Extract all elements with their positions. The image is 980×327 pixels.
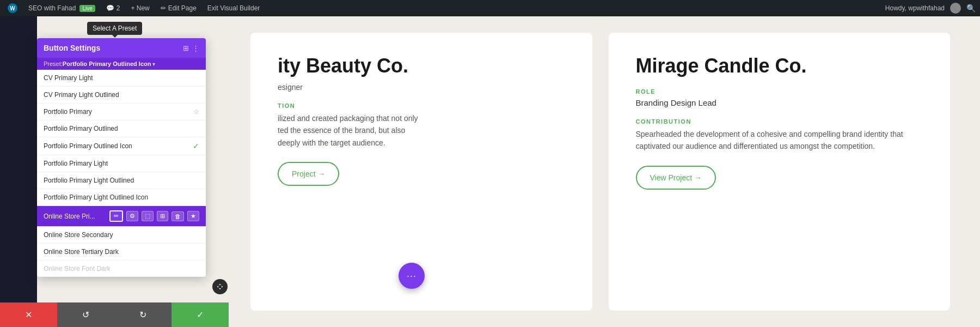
comment-btn[interactable]: 💬 2 [103, 4, 124, 12]
preset-item-portfolio-primary-light[interactable]: Portfolio Primary Light [37, 155, 206, 172]
header-icons: ⊞ ⋮ [183, 44, 199, 52]
preset-item-online-store-pri[interactable]: Online Store Pri... ✏ ⚙ ⬚ ⊞ 🗑 ★ [37, 206, 206, 227]
right-contribution-label: CONTRIBUTION [636, 118, 923, 125]
preset-item-portfolio-primary-outlined[interactable]: Portfolio Primary Outlined [37, 120, 206, 137]
bottom-toolbar: ✕ ↺ ↻ ✓ [0, 302, 229, 327]
columns-icon[interactable]: ⊞ [183, 44, 189, 52]
preset-dropdown-arrow: ▾ [152, 61, 155, 67]
right-role-value: Branding Design Lead [636, 98, 923, 107]
admin-bar-right: Howdy, wpwithfahad 🔍 [885, 3, 976, 14]
preset-item-online-store-secondary[interactable]: Online Store Secondary [37, 227, 206, 244]
export-preset-btn[interactable]: ⊞ [157, 211, 168, 221]
edit-page-label: Edit Page [168, 4, 197, 12]
left-designer-label: esigner [278, 83, 565, 92]
delete-preset-btn[interactable]: 🗑 [171, 211, 184, 221]
preset-item-online-store-tertiary-dark[interactable]: Online Store Tertiary Dark [37, 244, 206, 261]
admin-bar: W SEO with Fahad Live 💬 2 + New ✏ Edit P… [0, 0, 980, 16]
preset-bar[interactable]: Preset: Portfolio Primary Outlined Icon … [37, 58, 206, 70]
left-contribution-text: ilized and created packaging that not on… [278, 112, 565, 149]
preset-label: Preset: [44, 60, 63, 67]
duplicate-preset-btn[interactable]: ⬚ [142, 211, 154, 221]
preset-item-portfolio-primary-outlined-icon[interactable]: Portfolio Primary Outlined Icon ✓ [37, 137, 206, 155]
site-name-label: SEO with Fahad [28, 4, 76, 12]
cancel-button[interactable]: ✕ [0, 302, 57, 327]
more-icon[interactable]: ⋮ [192, 44, 199, 52]
new-label: + New [131, 4, 149, 12]
right-card: Mirage Candle Co. ROLE Branding Design L… [609, 33, 951, 311]
main-content: Select A Preset Button Settings ⊞ ⋮ Pres… [0, 16, 980, 327]
settings-preset-btn[interactable]: ⚙ [126, 211, 138, 221]
live-badge: Live [79, 5, 95, 12]
undo-button[interactable]: ↺ [57, 302, 114, 327]
save-button[interactable]: ✓ [171, 302, 229, 327]
search-icon[interactable]: 🔍 [966, 4, 976, 13]
content-area: ity Beauty Co. esigner TION ilized and c… [229, 16, 980, 327]
panel-header: Button Settings ⊞ ⋮ [37, 38, 206, 58]
wp-logo-btn[interactable]: W [4, 3, 21, 13]
site-name-btn[interactable]: SEO with Fahad Live [25, 4, 99, 12]
star-icon: ☆ [193, 108, 199, 116]
check-icon: ✓ [193, 142, 199, 150]
comment-count: 2 [117, 4, 120, 12]
preset-tooltip: Select A Preset [87, 22, 142, 35]
preset-item-cv-primary-light[interactable]: CV Primary Light [37, 70, 206, 87]
right-company-name: Mirage Candle Co. [636, 55, 923, 77]
preset-item-portfolio-primary[interactable]: Portfolio Primary ☆ [37, 104, 206, 120]
left-view-project-btn[interactable]: Project → [278, 162, 339, 186]
preset-current-value: Portfolio Primary Outlined Icon [63, 60, 151, 67]
preset-item-portfolio-primary-light-outlined[interactable]: Portfolio Primary Light Outlined [37, 172, 206, 189]
panel-title: Button Settings [44, 44, 100, 52]
left-company-name: ity Beauty Co. [278, 55, 565, 77]
new-btn[interactable]: + New [127, 4, 152, 12]
right-contribution-text: Spearheaded the development of a cohesiv… [636, 128, 923, 153]
button-settings-panel: Button Settings ⊞ ⋮ Preset: Portfolio Pr… [37, 38, 206, 277]
redo-button[interactable]: ↻ [114, 302, 171, 327]
exit-builder-label: Exit Visual Builder [207, 4, 260, 12]
right-role-label: ROLE [636, 88, 923, 95]
fab-button[interactable]: ··· [399, 263, 425, 289]
user-greeting: Howdy, wpwithfahad [885, 4, 945, 12]
favorite-preset-btn[interactable]: ★ [187, 211, 199, 221]
preset-item-cv-primary-light-outlined[interactable]: CV Primary Light Outlined [37, 87, 206, 104]
wp-icon: W [8, 3, 17, 13]
user-avatar [950, 3, 961, 14]
preset-item-online-store-font-dark[interactable]: Online Store Font Dark [37, 261, 206, 277]
drag-handle[interactable] [212, 279, 228, 294]
preset-item-portfolio-primary-light-outlined-icon[interactable]: Portfolio Primary Light Outlined Icon [37, 189, 206, 206]
edit-preset-btn[interactable]: ✏ [109, 210, 123, 222]
right-view-project-btn[interactable]: View Project → [636, 166, 716, 190]
left-panel: Select A Preset Button Settings ⊞ ⋮ Pres… [0, 16, 229, 327]
left-role-label: TION [278, 102, 565, 109]
preset-action-buttons: ✏ ⚙ ⬚ ⊞ 🗑 ★ [109, 210, 199, 222]
preset-list: CV Primary Light CV Primary Light Outlin… [37, 70, 206, 277]
edit-page-btn[interactable]: ✏ Edit Page [157, 4, 200, 12]
exit-builder-btn[interactable]: Exit Visual Builder [204, 4, 264, 12]
